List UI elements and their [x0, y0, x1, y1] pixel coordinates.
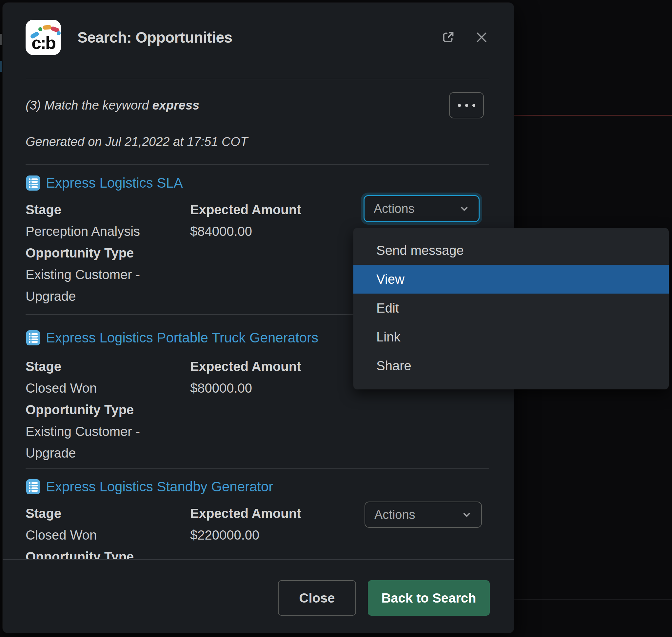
menu-item-share[interactable]: Share [353, 351, 669, 380]
menu-item-link[interactable]: Link [353, 323, 669, 351]
field-label: Opportunity Type [25, 242, 190, 264]
field-label: Opportunity Type [25, 399, 190, 420]
header-icons [441, 30, 489, 45]
chevron-down-icon [461, 509, 473, 521]
field-value: Closed Won [25, 524, 190, 546]
ellipsis-icon [458, 104, 461, 107]
actions-label: Actions [374, 202, 415, 216]
menu-item-edit[interactable]: Edit [353, 294, 669, 323]
divider [25, 468, 489, 469]
list-record-icon [25, 479, 41, 494]
actions-dropdown-result-3[interactable]: Actions [365, 502, 482, 528]
field-value: Closed Won [25, 377, 190, 399]
result-link[interactable]: Express Logistics Portable Truck Generat… [46, 330, 318, 346]
external-link-icon [441, 30, 456, 45]
background-red-line [514, 115, 672, 116]
query-text: (3) Match the keyword express [25, 98, 199, 112]
actions-menu: Send message View Edit Link Share [353, 228, 669, 389]
result-link[interactable]: Express Logistics SLA [46, 175, 183, 191]
menu-item-send-message[interactable]: Send message [353, 236, 669, 265]
list-record-icon [25, 176, 41, 190]
svg-text:c:b: c:b [32, 33, 55, 53]
app-logo-icon: c:b [25, 20, 61, 55]
field-value: Perception Analysis [25, 220, 190, 242]
query-row: (3) Match the keyword express [3, 92, 514, 119]
modal-title: Search: Opportunities [77, 29, 441, 46]
query-prefix: (3) Match the keyword [25, 98, 152, 112]
background-faint-line [514, 599, 672, 600]
chevron-down-icon [458, 203, 470, 215]
field-label: Stage [25, 356, 190, 377]
result-link[interactable]: Express Logistics Standby Generator [46, 479, 273, 495]
actions-dropdown-result-1[interactable]: Actions [363, 195, 480, 222]
menu-item-view[interactable]: View [353, 265, 669, 294]
open-external-button[interactable] [441, 30, 456, 45]
divider [25, 79, 489, 79]
close-modal-button[interactable] [474, 30, 489, 45]
field-value: Existing Customer - Upgrade [25, 420, 190, 464]
field-value: Existing Customer - Upgrade [25, 264, 190, 307]
modal-footer: Close Back to Search [3, 559, 514, 633]
result-section-header: Express Logistics Standby Generator [25, 479, 489, 495]
overflow-menu-button[interactable] [449, 92, 484, 119]
background-edge-sliver [0, 61, 2, 72]
actions-label: Actions [374, 508, 415, 522]
modal-header: c:b Search: Opportunities [3, 3, 514, 55]
query-keyword: express [152, 98, 199, 112]
result-section-header: Express Logistics SLA [25, 175, 489, 191]
close-button[interactable]: Close [278, 580, 356, 616]
background-edge-sliver [0, 34, 2, 45]
field-label: Stage [25, 503, 190, 524]
generated-timestamp: Generated on Jul 21,2022 at 17:51 COT [3, 134, 514, 150]
close-icon [474, 30, 489, 44]
field-label: Stage [25, 199, 190, 220]
field-label: Opportunity Type [25, 546, 190, 559]
list-record-icon [25, 330, 41, 345]
back-to-search-button[interactable]: Back to Search [368, 580, 490, 616]
